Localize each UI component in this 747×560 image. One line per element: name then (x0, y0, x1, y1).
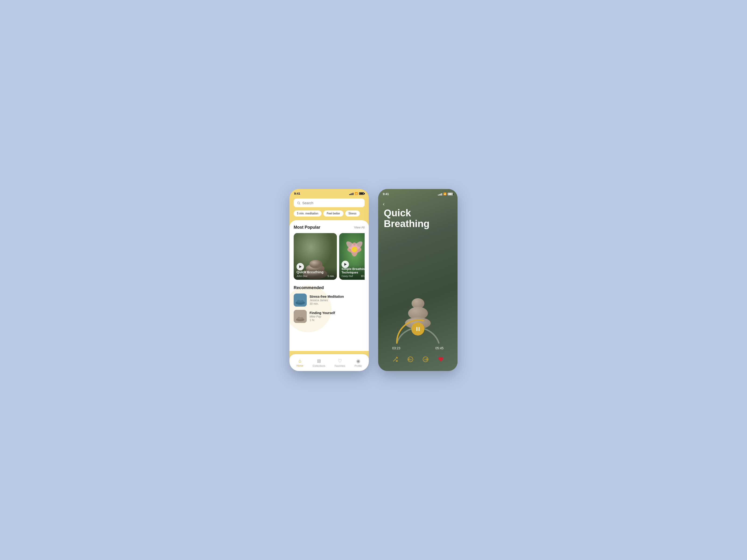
nav-home-label: Home (297, 364, 303, 367)
time-labels: 03:23 05:45 (392, 346, 443, 350)
rec-name-2: Finding Yourself (310, 311, 365, 315)
pause-bar-left (416, 327, 417, 331)
nav-collections[interactable]: ⊞ Collections (313, 358, 325, 367)
view-all-button[interactable]: View All (354, 225, 365, 229)
status-icons-left: 📶 (349, 192, 364, 195)
favorite-button[interactable] (436, 354, 446, 365)
cards-row: Quick Breathing John Doe 5 min. (294, 233, 365, 280)
rec-item-1[interactable]: Stress-free Meditation Jessica James 30 … (294, 294, 365, 306)
rewind-button[interactable]: 10 (405, 354, 415, 365)
pause-icon (416, 327, 419, 331)
right-phone: 9:41 📶 ‹ QuickBreathing (378, 189, 458, 371)
nav-favorites-label: Favorites (335, 365, 345, 367)
player-controls: 03:23 05:45 (378, 315, 458, 350)
player-title-text: QuickBreathing (384, 208, 430, 229)
forward-button[interactable]: 10 (420, 354, 431, 365)
time-right: 9:41 (383, 192, 389, 196)
card-quick-breathing[interactable]: Quick Breathing John Doe 5 min. (294, 233, 337, 280)
play-triangle-icon-2 (344, 263, 347, 266)
rec-thumb-2 (294, 310, 307, 323)
shuffle-button[interactable] (390, 354, 400, 365)
time-left: 9:41 (294, 192, 300, 195)
shuffle-icon (392, 356, 398, 362)
player-actions: 10 10 (378, 354, 458, 365)
svg-point-0 (298, 202, 300, 204)
card-title-2: Simple Breathing Techniques (341, 267, 365, 274)
status-bar-right: 9:41 📶 (378, 189, 458, 197)
pause-button[interactable] (411, 322, 424, 336)
status-bar-left: 9:41 📶 (289, 189, 369, 197)
rec-info-2: Finding Yourself Mike Pop 1 hr. (310, 311, 365, 322)
forward-icon: 10 (422, 356, 429, 363)
collections-icon: ⊞ (317, 358, 321, 364)
nav-profile[interactable]: ◉ Profile (355, 358, 362, 367)
card-duration-1: 5 min. (328, 275, 335, 277)
progress-arc (392, 315, 443, 345)
svg-point-11 (352, 247, 357, 252)
svg-point-5 (309, 260, 323, 268)
nav-favorites[interactable]: ♡ Favorites (335, 358, 345, 367)
battery-icon-right (448, 193, 453, 195)
nav-profile-label: Profile (355, 365, 362, 367)
rec-thumb-1 (294, 294, 307, 306)
home-icon: ⌂ (299, 358, 301, 364)
favorites-icon: ♡ (338, 358, 342, 364)
card-breathing-techniques[interactable]: Simple Breathing Techniques Casey Hull 1… (339, 233, 365, 280)
profile-icon: ◉ (356, 358, 360, 364)
rec-thumb-svg-2 (294, 310, 307, 323)
svg-point-15 (299, 298, 303, 300)
current-time: 03:23 (392, 346, 400, 350)
most-popular-title: Most Popular (294, 225, 320, 230)
recommended-title: Recommended (294, 285, 365, 290)
left-phone: 9:41 📶 5 min. medi (289, 189, 369, 371)
rec-duration-2: 1 hr. (310, 319, 365, 322)
heart-icon (438, 356, 443, 362)
rec-thumb-svg-1 (294, 294, 307, 306)
pause-bar-right (418, 327, 419, 331)
play-button-2[interactable] (341, 261, 349, 268)
player-title: QuickBreathing (384, 208, 452, 229)
back-button[interactable]: ‹ (383, 201, 384, 207)
filter-chips: 5 min. meditation Feel better Stress (289, 211, 369, 220)
chip-3[interactable]: Stress (345, 211, 360, 216)
rec-duration-1: 30 min. (310, 302, 365, 305)
play-button-1[interactable] (297, 263, 304, 270)
rec-name-1: Stress-free Meditation (310, 295, 365, 298)
chip-2[interactable]: Feel better (323, 211, 343, 216)
status-icons-right: 📶 (438, 192, 453, 195)
wifi-icon: 📶 (355, 192, 358, 195)
rec-author-1: Jessica James (310, 299, 365, 302)
nav-collections-label: Collections (313, 365, 325, 367)
search-icon (297, 201, 301, 205)
screens-container: 9:41 📶 5 min. medi (280, 175, 467, 385)
play-triangle-icon (299, 265, 302, 268)
most-popular-header: Most Popular View All (294, 225, 365, 230)
rewind-icon: 10 (407, 356, 413, 363)
content-area: Most Popular View All (289, 220, 369, 351)
chip-1[interactable]: 5 min. meditation (294, 211, 321, 216)
rec-info-1: Stress-free Meditation Jessica James 30 … (310, 295, 365, 305)
search-bar[interactable] (294, 198, 365, 207)
card-title-1: Quick Breathing (297, 270, 334, 274)
signal-icon (349, 192, 354, 195)
svg-point-19 (299, 315, 303, 317)
svg-line-1 (299, 204, 300, 204)
wifi-icon-right: 📶 (443, 192, 446, 195)
signal-icon-right (438, 193, 442, 195)
rec-item-2[interactable]: Finding Yourself Mike Pop 1 hr. (294, 310, 365, 323)
search-input[interactable] (302, 201, 361, 205)
battery-icon (359, 192, 364, 195)
total-time: 05:45 (435, 346, 443, 350)
bottom-nav: ⌂ Home ⊞ Collections ♡ Favorites ◉ Profi… (289, 354, 369, 371)
card-duration-2: 10 m. (361, 275, 365, 277)
nav-home[interactable]: ⌂ Home (297, 358, 303, 367)
rec-author-2: Mike Pop (310, 315, 365, 318)
